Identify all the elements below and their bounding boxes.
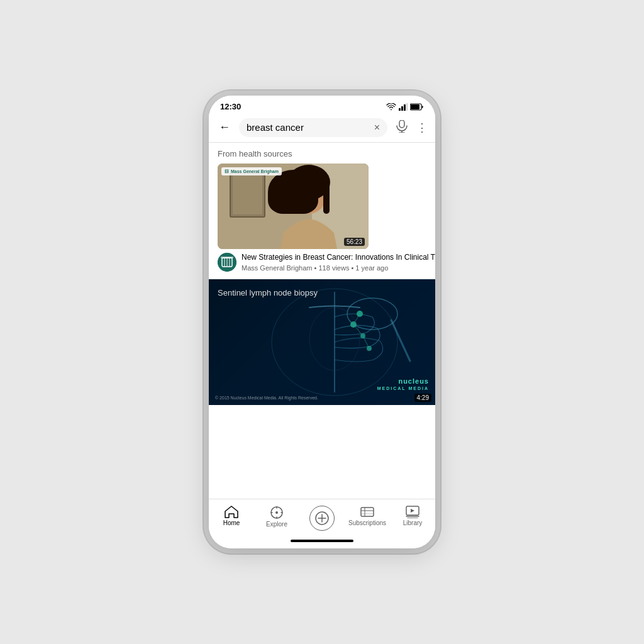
svg-rect-6 <box>399 120 404 128</box>
duration-badge-full: 4:29 <box>414 394 431 402</box>
video-sub-1: Mass General Brigham • 118 views • 1 yea… <box>242 264 435 272</box>
svg-rect-5 <box>411 104 419 109</box>
nav-explore[interactable]: Explore <box>254 503 299 533</box>
nav-library-label: Library <box>403 519 423 526</box>
nav-add[interactable] <box>299 503 345 533</box>
sentinel-label: Sentinel lymph node biopsy <box>218 288 318 297</box>
svg-rect-25 <box>221 257 233 258</box>
battery-icon <box>410 103 424 111</box>
back-button[interactable]: ← <box>216 118 233 136</box>
svg-point-19 <box>286 196 289 200</box>
search-input-area[interactable]: breast cancer × <box>239 118 387 137</box>
thumb-image-1 <box>218 164 369 249</box>
status-bar: 12:30 <box>209 96 435 114</box>
svg-rect-1 <box>401 106 403 111</box>
copyright-text: © 2015 Nucleus Medical Media. All Rights… <box>215 396 318 400</box>
svg-rect-46 <box>361 508 374 516</box>
mic-icon <box>396 120 408 133</box>
phone-frame: 12:30 ← <box>209 96 435 548</box>
video-row[interactable]: ⊟ Mass General Brigham 56:23 <box>209 164 435 279</box>
signal-icon <box>399 103 408 111</box>
video-full[interactable]: Sentinel lymph node biopsy nucleus MEDIC… <box>209 279 435 408</box>
svg-rect-15 <box>287 182 294 214</box>
home-indicator <box>209 536 435 548</box>
add-circle[interactable] <box>309 506 335 531</box>
time: 12:30 <box>220 102 241 111</box>
content-area: From health sources <box>209 143 435 499</box>
avatar-1 <box>218 253 236 272</box>
wifi-icon <box>386 103 396 111</box>
nav-subscriptions[interactable]: Subscriptions <box>345 503 390 533</box>
channel-badge-1: ⊟ Mass General Brigham <box>221 167 282 175</box>
mic-button[interactable] <box>394 118 410 137</box>
add-icon <box>315 511 329 525</box>
bottom-nav: Home Explore <box>209 499 435 536</box>
search-bar: ← breast cancer × ⋮ <box>209 114 435 143</box>
video-card-1[interactable]: ⊟ Mass General Brigham 56:23 <box>218 164 435 272</box>
nav-library[interactable]: Library <box>390 503 435 533</box>
home-icon <box>225 506 238 518</box>
thumbnail-full: Sentinel lymph node biopsy nucleus MEDIC… <box>209 279 435 405</box>
nav-home-label: Home <box>223 519 240 526</box>
svg-point-42 <box>275 511 278 514</box>
nav-subscriptions-label: Subscriptions <box>348 519 386 526</box>
status-icons <box>386 103 424 111</box>
svg-rect-3 <box>406 103 408 111</box>
svg-rect-11 <box>233 175 262 214</box>
section-label: From health sources <box>209 143 435 164</box>
subscriptions-icon <box>360 506 374 518</box>
nucleus-watermark: nucleus MEDICAL MEDIA <box>377 377 429 391</box>
svg-rect-16 <box>323 182 330 214</box>
more-button[interactable]: ⋮ <box>416 121 428 135</box>
thumb-medical-bg: Sentinel lymph node biopsy nucleus MEDIC… <box>209 279 435 405</box>
nav-explore-label: Explore <box>266 521 287 528</box>
explore-icon <box>270 506 284 519</box>
duration-badge-1: 56:23 <box>344 238 365 246</box>
svg-point-18 <box>311 189 316 196</box>
home-bar <box>291 540 353 542</box>
room-svg <box>218 164 369 249</box>
thumbnail-1: ⊟ Mass General Brigham 56:23 <box>218 164 369 249</box>
video-info-row-1: New Strategies in Breast Cancer: Innovat… <box>218 253 435 272</box>
video-title-1: New Strategies in Breast Cancer: Innovat… <box>242 253 435 263</box>
video-meta-1: New Strategies in Breast Cancer: Innovat… <box>242 253 435 272</box>
svg-rect-2 <box>404 104 406 111</box>
svg-point-17 <box>301 189 306 196</box>
nav-home[interactable]: Home <box>209 503 254 533</box>
mgb-logo <box>218 253 236 272</box>
library-icon <box>406 506 419 518</box>
clear-button[interactable]: × <box>374 122 380 133</box>
svg-rect-0 <box>399 108 401 111</box>
search-query: breast cancer <box>247 122 369 133</box>
svg-marker-51 <box>411 509 414 513</box>
